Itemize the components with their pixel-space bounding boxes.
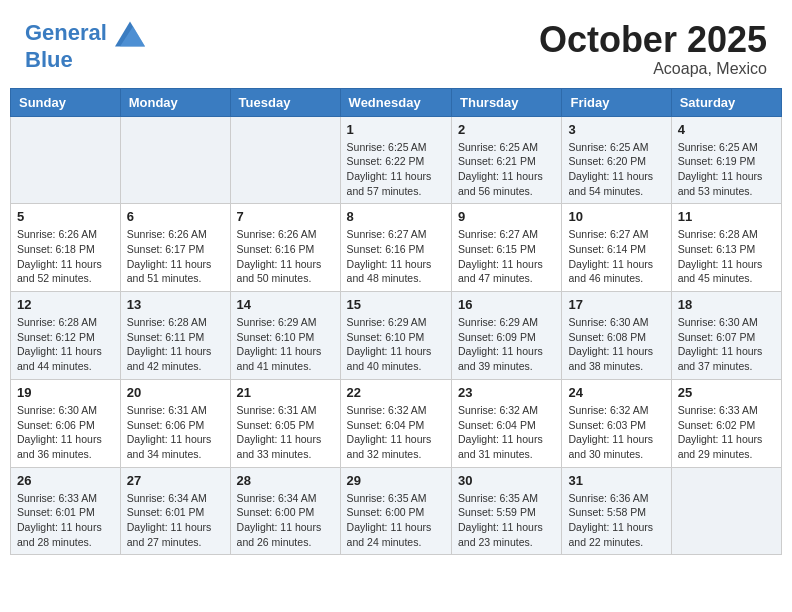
title-section: October 2025 Acoapa, Mexico <box>539 20 767 78</box>
table-row <box>671 467 781 555</box>
day-number: 10 <box>568 209 664 224</box>
day-number: 19 <box>17 385 114 400</box>
day-info: Sunrise: 6:32 AM Sunset: 6:04 PM Dayligh… <box>458 403 555 462</box>
page-header: General Blue October 2025 Acoapa, Mexico <box>10 10 782 83</box>
day-number: 20 <box>127 385 224 400</box>
day-info: Sunrise: 6:35 AM Sunset: 5:59 PM Dayligh… <box>458 491 555 550</box>
table-row <box>230 116 340 204</box>
table-row: 31Sunrise: 6:36 AM Sunset: 5:58 PM Dayli… <box>562 467 671 555</box>
table-row: 11Sunrise: 6:28 AM Sunset: 6:13 PM Dayli… <box>671 204 781 292</box>
logo-blue: Blue <box>25 48 145 72</box>
table-row: 9Sunrise: 6:27 AM Sunset: 6:15 PM Daylig… <box>452 204 562 292</box>
day-info: Sunrise: 6:29 AM Sunset: 6:10 PM Dayligh… <box>347 315 445 374</box>
day-info: Sunrise: 6:30 AM Sunset: 6:07 PM Dayligh… <box>678 315 775 374</box>
table-row: 29Sunrise: 6:35 AM Sunset: 6:00 PM Dayli… <box>340 467 451 555</box>
table-row: 24Sunrise: 6:32 AM Sunset: 6:03 PM Dayli… <box>562 379 671 467</box>
table-row <box>11 116 121 204</box>
table-row: 20Sunrise: 6:31 AM Sunset: 6:06 PM Dayli… <box>120 379 230 467</box>
table-row: 1Sunrise: 6:25 AM Sunset: 6:22 PM Daylig… <box>340 116 451 204</box>
day-number: 24 <box>568 385 664 400</box>
day-number: 28 <box>237 473 334 488</box>
day-info: Sunrise: 6:28 AM Sunset: 6:11 PM Dayligh… <box>127 315 224 374</box>
day-number: 31 <box>568 473 664 488</box>
day-number: 4 <box>678 122 775 137</box>
day-info: Sunrise: 6:30 AM Sunset: 6:06 PM Dayligh… <box>17 403 114 462</box>
calendar-header-row: Sunday Monday Tuesday Wednesday Thursday… <box>11 88 782 116</box>
table-row: 4Sunrise: 6:25 AM Sunset: 6:19 PM Daylig… <box>671 116 781 204</box>
day-info: Sunrise: 6:32 AM Sunset: 6:03 PM Dayligh… <box>568 403 664 462</box>
calendar-week-row: 26Sunrise: 6:33 AM Sunset: 6:01 PM Dayli… <box>11 467 782 555</box>
day-number: 5 <box>17 209 114 224</box>
day-info: Sunrise: 6:31 AM Sunset: 6:05 PM Dayligh… <box>237 403 334 462</box>
day-number: 9 <box>458 209 555 224</box>
logo-text: General <box>25 20 145 48</box>
day-number: 12 <box>17 297 114 312</box>
day-info: Sunrise: 6:27 AM Sunset: 6:15 PM Dayligh… <box>458 227 555 286</box>
day-number: 1 <box>347 122 445 137</box>
day-info: Sunrise: 6:26 AM Sunset: 6:16 PM Dayligh… <box>237 227 334 286</box>
day-number: 23 <box>458 385 555 400</box>
table-row: 8Sunrise: 6:27 AM Sunset: 6:16 PM Daylig… <box>340 204 451 292</box>
day-number: 2 <box>458 122 555 137</box>
table-row: 27Sunrise: 6:34 AM Sunset: 6:01 PM Dayli… <box>120 467 230 555</box>
day-info: Sunrise: 6:33 AM Sunset: 6:01 PM Dayligh… <box>17 491 114 550</box>
table-row: 13Sunrise: 6:28 AM Sunset: 6:11 PM Dayli… <box>120 292 230 380</box>
day-number: 7 <box>237 209 334 224</box>
day-number: 14 <box>237 297 334 312</box>
table-row: 25Sunrise: 6:33 AM Sunset: 6:02 PM Dayli… <box>671 379 781 467</box>
day-number: 16 <box>458 297 555 312</box>
day-info: Sunrise: 6:31 AM Sunset: 6:06 PM Dayligh… <box>127 403 224 462</box>
table-row: 5Sunrise: 6:26 AM Sunset: 6:18 PM Daylig… <box>11 204 121 292</box>
day-info: Sunrise: 6:36 AM Sunset: 5:58 PM Dayligh… <box>568 491 664 550</box>
table-row <box>120 116 230 204</box>
table-row: 19Sunrise: 6:30 AM Sunset: 6:06 PM Dayli… <box>11 379 121 467</box>
table-row: 30Sunrise: 6:35 AM Sunset: 5:59 PM Dayli… <box>452 467 562 555</box>
day-number: 26 <box>17 473 114 488</box>
header-saturday: Saturday <box>671 88 781 116</box>
day-info: Sunrise: 6:33 AM Sunset: 6:02 PM Dayligh… <box>678 403 775 462</box>
day-number: 25 <box>678 385 775 400</box>
day-info: Sunrise: 6:28 AM Sunset: 6:12 PM Dayligh… <box>17 315 114 374</box>
day-number: 11 <box>678 209 775 224</box>
day-number: 22 <box>347 385 445 400</box>
calendar-week-row: 12Sunrise: 6:28 AM Sunset: 6:12 PM Dayli… <box>11 292 782 380</box>
day-number: 17 <box>568 297 664 312</box>
table-row: 17Sunrise: 6:30 AM Sunset: 6:08 PM Dayli… <box>562 292 671 380</box>
calendar-week-row: 1Sunrise: 6:25 AM Sunset: 6:22 PM Daylig… <box>11 116 782 204</box>
day-number: 30 <box>458 473 555 488</box>
day-number: 8 <box>347 209 445 224</box>
day-info: Sunrise: 6:35 AM Sunset: 6:00 PM Dayligh… <box>347 491 445 550</box>
calendar-week-row: 5Sunrise: 6:26 AM Sunset: 6:18 PM Daylig… <box>11 204 782 292</box>
table-row: 10Sunrise: 6:27 AM Sunset: 6:14 PM Dayli… <box>562 204 671 292</box>
header-sunday: Sunday <box>11 88 121 116</box>
day-info: Sunrise: 6:32 AM Sunset: 6:04 PM Dayligh… <box>347 403 445 462</box>
table-row: 3Sunrise: 6:25 AM Sunset: 6:20 PM Daylig… <box>562 116 671 204</box>
day-info: Sunrise: 6:34 AM Sunset: 6:01 PM Dayligh… <box>127 491 224 550</box>
header-thursday: Thursday <box>452 88 562 116</box>
day-number: 13 <box>127 297 224 312</box>
day-info: Sunrise: 6:34 AM Sunset: 6:00 PM Dayligh… <box>237 491 334 550</box>
day-info: Sunrise: 6:29 AM Sunset: 6:09 PM Dayligh… <box>458 315 555 374</box>
day-info: Sunrise: 6:27 AM Sunset: 6:14 PM Dayligh… <box>568 227 664 286</box>
day-number: 6 <box>127 209 224 224</box>
table-row: 26Sunrise: 6:33 AM Sunset: 6:01 PM Dayli… <box>11 467 121 555</box>
month-title: October 2025 <box>539 20 767 60</box>
day-info: Sunrise: 6:29 AM Sunset: 6:10 PM Dayligh… <box>237 315 334 374</box>
table-row: 7Sunrise: 6:26 AM Sunset: 6:16 PM Daylig… <box>230 204 340 292</box>
table-row: 2Sunrise: 6:25 AM Sunset: 6:21 PM Daylig… <box>452 116 562 204</box>
calendar-table: Sunday Monday Tuesday Wednesday Thursday… <box>10 88 782 556</box>
table-row: 15Sunrise: 6:29 AM Sunset: 6:10 PM Dayli… <box>340 292 451 380</box>
table-row: 16Sunrise: 6:29 AM Sunset: 6:09 PM Dayli… <box>452 292 562 380</box>
day-number: 15 <box>347 297 445 312</box>
header-wednesday: Wednesday <box>340 88 451 116</box>
header-monday: Monday <box>120 88 230 116</box>
day-info: Sunrise: 6:25 AM Sunset: 6:21 PM Dayligh… <box>458 140 555 199</box>
table-row: 14Sunrise: 6:29 AM Sunset: 6:10 PM Dayli… <box>230 292 340 380</box>
day-number: 27 <box>127 473 224 488</box>
day-info: Sunrise: 6:28 AM Sunset: 6:13 PM Dayligh… <box>678 227 775 286</box>
day-info: Sunrise: 6:26 AM Sunset: 6:18 PM Dayligh… <box>17 227 114 286</box>
day-info: Sunrise: 6:27 AM Sunset: 6:16 PM Dayligh… <box>347 227 445 286</box>
table-row: 12Sunrise: 6:28 AM Sunset: 6:12 PM Dayli… <box>11 292 121 380</box>
table-row: 23Sunrise: 6:32 AM Sunset: 6:04 PM Dayli… <box>452 379 562 467</box>
table-row: 21Sunrise: 6:31 AM Sunset: 6:05 PM Dayli… <box>230 379 340 467</box>
